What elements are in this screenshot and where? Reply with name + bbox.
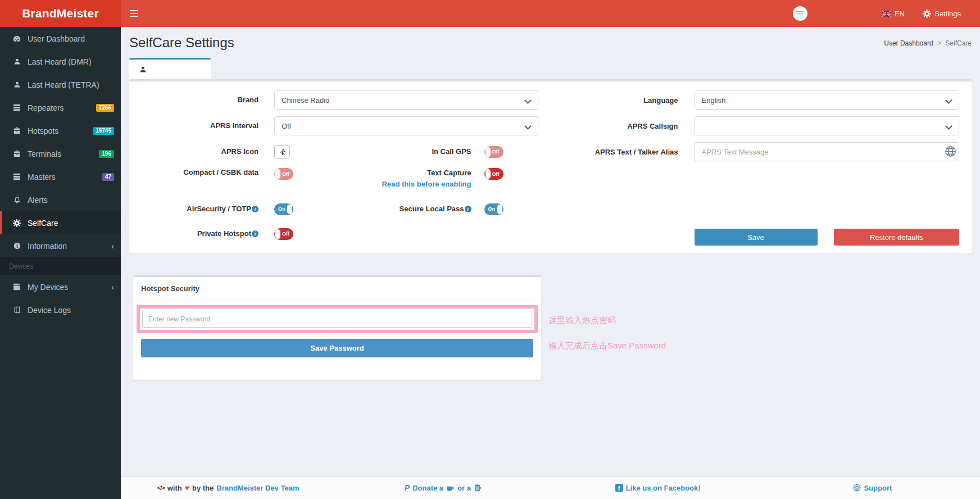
language-select[interactable]: English bbox=[695, 90, 960, 110]
new-password-input[interactable] bbox=[142, 311, 532, 328]
aprs-callsign-label: APRS Callsign bbox=[551, 122, 695, 130]
server-icon bbox=[11, 283, 22, 291]
text-capture-toggle[interactable]: Off bbox=[484, 168, 503, 180]
brand-label: Brand bbox=[142, 96, 274, 105]
air-security-label: AirSecurity / TOTPi bbox=[142, 205, 274, 214]
aprs-text-label: APRS Text / Talker Alias bbox=[551, 148, 695, 156]
info-icon[interactable]: i bbox=[465, 206, 471, 212]
save-button[interactable]: Save bbox=[695, 229, 818, 246]
settings-menu[interactable]: Settings bbox=[914, 0, 970, 27]
settings-label: Settings bbox=[934, 10, 961, 18]
rows-icon bbox=[11, 104, 22, 111]
paypal-icon: P bbox=[405, 483, 410, 492]
aprs-icon-button[interactable] bbox=[274, 145, 290, 158]
terminals-count-badge: 196 bbox=[99, 150, 114, 158]
sidebar-item-label: Hotspots bbox=[28, 126, 93, 135]
sidebar-item-label: Masters bbox=[28, 173, 102, 182]
sidebar-item-label: User Dashboard bbox=[28, 34, 114, 43]
dev-team-link[interactable]: BrandMeister Dev Team bbox=[216, 484, 299, 492]
sidebar: User Dashboard Last Heard (DMR) Last Hea… bbox=[0, 27, 121, 499]
breadcrumb-home[interactable]: User Dashboard bbox=[884, 39, 933, 47]
footer-donate[interactable]: P Donate a or a bbox=[335, 483, 550, 492]
private-hotspot-label: Private Hotspoti bbox=[142, 229, 274, 239]
sidebar-item-label: Alerts bbox=[28, 196, 114, 205]
sidebar-item-repeaters[interactable]: Repeaters 7266 bbox=[0, 96, 121, 119]
hotspots-count-badge: 19745 bbox=[93, 127, 114, 135]
bell-icon bbox=[11, 196, 22, 204]
top-navbar: BrandMeister EN Settings bbox=[0, 0, 980, 27]
sidebar-item-selfcare[interactable]: SelfCare bbox=[0, 211, 121, 234]
annotation-click-save: 输入完成后点击Save Password bbox=[548, 341, 666, 351]
heart-icon: ♥ bbox=[185, 483, 189, 492]
sidebar-item-hotspots[interactable]: Hotspots 19745 bbox=[0, 119, 121, 142]
sidebar-item-last-heard-dmr[interactable]: Last Heard (DMR) bbox=[0, 50, 121, 73]
language-menu[interactable]: EN bbox=[873, 0, 914, 27]
secure-local-pass-label: Secure Local Passi bbox=[328, 204, 484, 214]
breadcrumb-current: SelfCare bbox=[945, 39, 972, 47]
runner-icon bbox=[279, 148, 286, 156]
text-capture-label: Text Capture bbox=[427, 169, 471, 177]
sidebar-item-user-dashboard[interactable]: User Dashboard bbox=[0, 27, 121, 50]
chevron-left-icon: ‹ bbox=[111, 242, 114, 250]
uk-flag-icon bbox=[882, 11, 891, 17]
save-password-button[interactable]: Save Password bbox=[141, 339, 533, 357]
sidebar-item-masters[interactable]: Masters 47 bbox=[0, 165, 121, 188]
sidebar-section-devices: Devices bbox=[0, 257, 121, 275]
air-security-toggle[interactable]: On bbox=[274, 203, 293, 215]
secure-local-pass-toggle[interactable]: On bbox=[484, 203, 503, 215]
language-code: EN bbox=[895, 10, 905, 18]
footer-facebook[interactable]: f Like us on Facebook! bbox=[551, 484, 765, 492]
info-icon[interactable]: i bbox=[252, 230, 258, 237]
aprs-text-input[interactable] bbox=[695, 142, 960, 161]
sidebar-item-device-logs[interactable]: Device Logs bbox=[0, 298, 121, 321]
compact-csbk-label: Compact / CSBK data bbox=[142, 168, 274, 178]
brand-select[interactable]: Chinese Radio bbox=[274, 90, 538, 110]
in-call-gps-label: In Call GPS bbox=[328, 147, 484, 157]
footer-credit: </> with ♥ by the BrandMeister Dev Team bbox=[121, 483, 335, 492]
in-call-gps-toggle[interactable]: Off bbox=[484, 146, 503, 158]
breadcrumb-separator: > bbox=[937, 39, 941, 47]
user-avatar[interactable] bbox=[793, 6, 807, 21]
user-icon bbox=[11, 81, 22, 88]
tab-selfcare[interactable] bbox=[129, 58, 211, 79]
facebook-icon: f bbox=[615, 484, 623, 492]
sidebar-toggle-button[interactable] bbox=[121, 0, 147, 27]
brand-logo[interactable]: BrandMeister bbox=[0, 0, 121, 27]
sidebar-item-my-devices[interactable]: My Devices ‹ bbox=[0, 275, 121, 298]
sidebar-item-label: Device Logs bbox=[28, 306, 114, 315]
info-icon[interactable]: i bbox=[252, 206, 258, 212]
sidebar-item-label: Information bbox=[28, 242, 111, 251]
chevron-left-icon: ‹ bbox=[111, 283, 114, 291]
info-icon bbox=[11, 242, 22, 250]
text-capture-warning-link[interactable]: Read this before enabling bbox=[328, 179, 471, 189]
globe-icon[interactable] bbox=[945, 146, 956, 157]
sidebar-item-last-heard-tetra[interactable]: Last Heard (TETRA) bbox=[0, 73, 121, 96]
hotspot-security-panel: Hotspot Security Save Password bbox=[133, 275, 542, 380]
beer-icon bbox=[474, 484, 482, 492]
sidebar-item-label: Last Heard (TETRA) bbox=[28, 80, 114, 89]
coffee-icon bbox=[446, 484, 455, 492]
aprs-callsign-select[interactable] bbox=[695, 116, 960, 135]
sidebar-item-information[interactable]: Information ‹ bbox=[0, 234, 121, 257]
sidebar-item-terminals[interactable]: Terminals 196 bbox=[0, 142, 121, 165]
page-title: SelfCare Settings bbox=[129, 35, 234, 51]
selfcare-form-panel: Brand Chinese Radio APRS Interval Off AP… bbox=[129, 79, 972, 253]
hotspot-security-title: Hotspot Security bbox=[133, 277, 541, 300]
breadcrumb: User Dashboard > SelfCare bbox=[884, 39, 972, 47]
aprs-interval-select[interactable]: Off bbox=[274, 116, 538, 135]
restore-defaults-button[interactable]: Restore defaults bbox=[834, 229, 960, 246]
code-icon: </> bbox=[157, 484, 165, 491]
annotation-highlight-box bbox=[137, 305, 538, 333]
main-content: SelfCare Settings User Dashboard > SelfC… bbox=[121, 27, 980, 476]
footer-support[interactable]: Support bbox=[765, 484, 980, 492]
sidebar-item-alerts[interactable]: Alerts bbox=[0, 188, 121, 211]
private-hotspot-toggle[interactable]: Off bbox=[274, 228, 293, 240]
briefcase-icon bbox=[11, 127, 22, 134]
briefcase-icon bbox=[11, 150, 22, 157]
sidebar-item-label: SelfCare bbox=[28, 219, 114, 228]
compact-csbk-toggle[interactable]: Off bbox=[274, 168, 293, 180]
user-icon bbox=[11, 58, 22, 65]
aprs-icon-label: APRS Icon bbox=[142, 147, 274, 157]
aprs-interval-label: APRS Interval bbox=[142, 121, 274, 131]
rows-icon bbox=[11, 173, 22, 180]
